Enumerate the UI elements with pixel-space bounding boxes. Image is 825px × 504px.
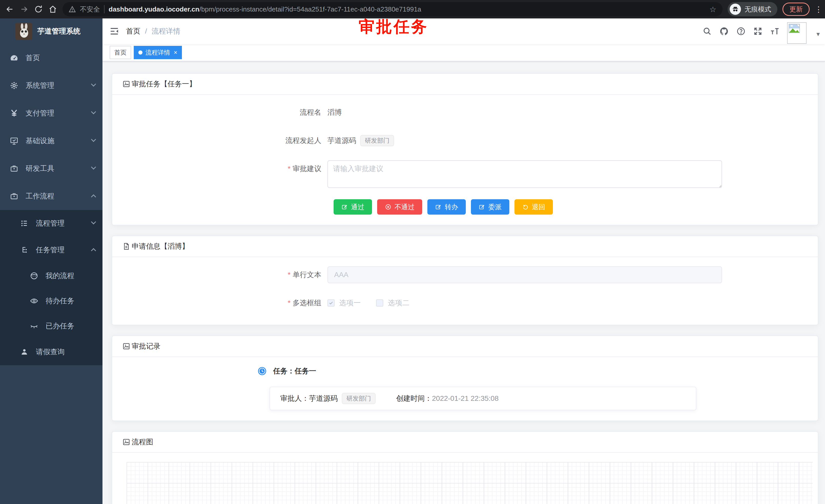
chevron-down-icon xyxy=(91,109,96,114)
sidebar-item-done-tasks[interactable]: 已办任务 xyxy=(0,314,102,339)
active-dot-icon xyxy=(138,51,142,55)
document-icon xyxy=(123,243,130,250)
reject-button[interactable]: 不通过 xyxy=(377,199,422,215)
breadcrumb-home[interactable]: 首页 xyxy=(126,26,140,36)
sidebar-item-todo-tasks[interactable]: 待办任务 xyxy=(0,288,102,314)
card-process-diagram: 流程图 xyxy=(112,431,818,504)
sidebar-item-task-mgmt[interactable]: 任务管理 xyxy=(0,237,102,263)
forward-icon[interactable] xyxy=(19,5,29,14)
sidebar-item-leave-query[interactable]: 请假查询 xyxy=(0,339,102,365)
toolbox-icon xyxy=(10,164,18,173)
sidebar-item-label: 任务管理 xyxy=(36,245,65,255)
user-icon xyxy=(20,347,29,356)
approval-actions: 通过 不通过 转办 委 xyxy=(123,199,808,215)
incognito-badge: 无痕模式 xyxy=(728,2,777,16)
gear-icon xyxy=(10,81,18,90)
checkbox-group: 选项一 选项二 xyxy=(327,295,409,312)
font-size-icon[interactable] xyxy=(770,27,779,36)
help-icon[interactable] xyxy=(736,27,746,36)
avatar-caret-icon[interactable]: ▼ xyxy=(815,25,821,37)
reload-icon[interactable] xyxy=(34,5,43,14)
picture-outline-icon xyxy=(123,438,130,446)
picture-outline-icon xyxy=(123,342,130,350)
sidebar-item-devtools[interactable]: 研发工具 xyxy=(0,155,102,182)
card-title: 流程图 xyxy=(132,437,153,447)
sidebar-item-label: 已办任务 xyxy=(46,321,74,331)
edit-icon xyxy=(341,203,348,210)
incognito-icon xyxy=(730,4,741,15)
record-timeline: 任务：任务一 审批人： 芋道源码 研发部门 创建时间： 2022-01-21 2… xyxy=(257,366,808,410)
search-icon[interactable] xyxy=(702,27,712,36)
checkbox-label: 选项一 xyxy=(339,298,361,308)
create-time-value: 2022-01-21 22:35:08 xyxy=(432,394,499,403)
back-icon[interactable] xyxy=(5,5,14,14)
security-label[interactable]: 不安全 xyxy=(80,5,100,14)
approve-button[interactable]: 通过 xyxy=(333,199,372,215)
field-suggestion: *审批建议 xyxy=(123,160,808,188)
app-title: 芋道管理系统 xyxy=(38,26,80,36)
sidebar-item-my-process[interactable]: 我的流程 xyxy=(0,263,102,288)
github-icon[interactable] xyxy=(720,27,729,36)
avatar[interactable] xyxy=(787,22,807,44)
card-application-info: 申请信息【滔博】 *单行文本 *多选框组 xyxy=(112,236,818,325)
card-title: 审批记录 xyxy=(132,341,160,351)
tab-process-detail[interactable]: 流程详情 × xyxy=(134,46,182,59)
sidebar-item-infra[interactable]: 基础设施 xyxy=(0,127,102,155)
security-warning-icon[interactable] xyxy=(69,6,76,13)
field-label: 流程发起人 xyxy=(123,132,327,149)
delegate-button[interactable]: 委派 xyxy=(471,199,509,215)
sidebar-item-home[interactable]: 首页 xyxy=(0,44,102,72)
card-title: 申请信息【滔博】 xyxy=(132,242,189,251)
tab-close-icon[interactable]: × xyxy=(174,50,177,56)
card-approval-records-header: 审批记录 xyxy=(112,336,818,357)
chevron-up-icon xyxy=(91,248,96,253)
transfer-button[interactable]: 转办 xyxy=(427,199,466,215)
browser-update-button[interactable]: 更新 xyxy=(782,3,810,16)
dept-tag: 研发部门 xyxy=(360,135,394,146)
refresh-left-icon xyxy=(522,203,529,210)
url-path: /bpm/process-instance/detail?id=54aa251f… xyxy=(199,5,421,13)
sidebar-menu: 首页 系统管理 支付管理 基础设施 xyxy=(0,44,102,504)
edit-icon xyxy=(435,203,442,210)
process-name-value: 滔博 xyxy=(327,104,342,121)
sidebar-item-process-mgmt[interactable]: 流程管理 xyxy=(0,210,102,237)
sidebar-item-label: 流程管理 xyxy=(36,219,65,228)
tab-label: 流程详情 xyxy=(146,49,170,57)
sidebar-item-label: 请假查询 xyxy=(36,347,65,357)
circle-close-icon xyxy=(385,203,391,210)
picture-outline-icon xyxy=(123,80,130,88)
navbar-actions: ▼ xyxy=(702,19,825,44)
chevron-down-icon xyxy=(91,137,96,142)
suggestion-textarea[interactable] xyxy=(327,160,722,188)
sidebar-item-system[interactable]: 系统管理 xyxy=(0,72,102,99)
tree-icon xyxy=(20,246,29,254)
sidebar-toggle-button[interactable] xyxy=(102,18,126,44)
viewport: 不安全 dashboard.yudao.iocoder.cn/bpm/proce… xyxy=(0,0,825,504)
create-time-label: 创建时间： xyxy=(396,394,432,403)
monitor-icon xyxy=(10,137,18,145)
omnibox-separator xyxy=(104,5,104,13)
sidebar-item-workflow[interactable]: 工作流程 xyxy=(0,182,102,210)
required-mark: * xyxy=(288,165,291,173)
fullscreen-icon[interactable] xyxy=(753,27,762,36)
return-button[interactable]: 退回 xyxy=(515,199,553,215)
field-process-name: 流程名 滔博 xyxy=(123,104,808,121)
sidebar-item-label: 首页 xyxy=(26,53,40,63)
card-application-info-header: 申请信息【滔博】 xyxy=(112,236,818,257)
edit-icon xyxy=(478,203,485,210)
eye-closed-icon xyxy=(30,322,39,330)
navbar: 首页 / 流程详情 审批任务 ▼ xyxy=(102,18,825,44)
address-bar[interactable]: 不安全 dashboard.yudao.iocoder.cn/bpm/proce… xyxy=(63,2,723,16)
url-text[interactable]: dashboard.yudao.iocoder.cn/bpm/process-i… xyxy=(108,5,421,13)
tab-home[interactable]: 首页 xyxy=(110,46,131,59)
sidebar-item-label: 我的流程 xyxy=(46,271,74,281)
sidebar-item-payment[interactable]: 支付管理 xyxy=(0,99,102,127)
home-icon[interactable] xyxy=(48,5,57,14)
sidebar-logo-row[interactable]: 芋道管理系统 xyxy=(0,18,102,44)
bookmark-star-icon[interactable]: ☆ xyxy=(709,5,717,14)
bpmn-canvas[interactable] xyxy=(127,462,813,504)
sidebar-item-label: 研发工具 xyxy=(26,164,54,173)
browser-menu-icon[interactable]: ⋮ xyxy=(815,5,820,14)
toolbox-icon xyxy=(10,192,18,200)
card-approval-records: 审批记录 任务：任务一 审批人： 芋道源码 研发部门 xyxy=(112,335,818,421)
